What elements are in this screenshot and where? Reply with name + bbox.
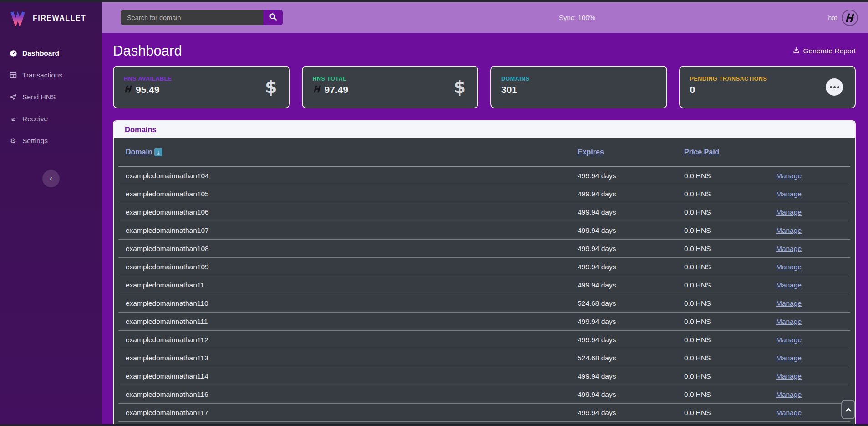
send-icon [9,93,17,101]
handshake-icon[interactable] [842,10,858,26]
price-cell: 0.0 HNS [684,172,776,180]
sidebar-item-send-hns[interactable]: Send HNS [0,86,102,108]
receive-icon [9,116,17,123]
brand: FIREWALLET [0,2,102,32]
hns-coin-icon [124,85,132,95]
domains-panel-title: Domains [125,125,157,134]
table-row: exampledomainnathan113 524.68 days 0.0 H… [118,349,850,367]
column-header-expires[interactable]: Expires [578,148,684,156]
ellipsis-icon[interactable] [826,78,843,96]
price-cell: 0.0 HNS [684,409,776,417]
price-cell: 0.0 HNS [684,354,776,362]
manage-link[interactable]: Manage [776,354,843,362]
manage-link[interactable]: Manage [776,263,843,271]
column-header-domain[interactable]: Domain↓ [126,148,578,156]
stat-card-hns-total: HNS TOTAL 97.49 $ [302,66,479,108]
table-row: exampledomainnathan114 499.94 days 0.0 H… [118,367,850,385]
price-cell: 0.0 HNS [684,318,776,326]
dollar-icon: $ [454,77,466,97]
column-header-price-paid[interactable]: Price Paid [684,148,776,156]
download-icon [793,47,800,56]
page-title: Dashboard [113,43,182,59]
topbar: Sync: 100% hot [102,2,868,33]
manage-link[interactable]: Manage [776,208,843,216]
page-head: Dashboard Generate Report [113,43,856,59]
manage-link[interactable]: Manage [776,299,843,308]
manage-link[interactable]: Manage [776,281,843,289]
sort-descending-icon: ↓ [154,148,162,156]
manage-link[interactable]: Manage [776,245,843,253]
domain-cell: exampledomainnathan108 [126,245,578,253]
search-button[interactable] [263,10,283,25]
expires-cell: 499.94 days [578,390,684,399]
price-cell: 0.0 HNS [684,336,776,344]
expires-cell: 499.94 days [578,336,684,344]
domain-searchbox [121,10,283,25]
expires-cell: 499.94 days [578,318,684,326]
table-row: exampledomainnathan110 524.68 days 0.0 H… [118,294,850,313]
expires-cell: 499.94 days [578,263,684,271]
gauge-icon [9,50,17,57]
window-top-border [0,0,868,2]
magnifier-icon [269,13,277,22]
domain-cell: exampledomainnathan104 [126,172,578,180]
domain-cell: exampledomainnathan106 [126,208,578,216]
sidebar-item-settings[interactable]: ⚙ Settings [0,130,102,152]
sidebar-item-label: Send HNS [22,93,56,101]
manage-link[interactable]: Manage [776,172,843,180]
manage-link[interactable]: Manage [776,226,843,235]
price-cell: 0.0 HNS [684,245,776,253]
domain-cell: exampledomainnathan111 [126,318,578,326]
expires-cell: 499.94 days [578,245,684,253]
table-row: exampledomainnathan111 499.94 days 0.0 H… [118,313,850,331]
manage-link[interactable]: Manage [776,390,843,399]
domains-table-body: exampledomainnathan104 499.94 days 0.0 H… [114,167,855,422]
scroll-to-top-button[interactable] [841,400,855,419]
price-cell: 0.0 HNS [684,281,776,289]
brand-name: FIREWALLET [33,14,86,22]
stat-label: HNS TOTAL [313,76,468,82]
price-cell: 0.0 HNS [684,299,776,308]
main-content: Dashboard Generate Report HNS AVAILABLE … [102,33,868,424]
domain-cell: exampledomainnathan116 [126,390,578,399]
expires-cell: 499.94 days [578,226,684,235]
sidebar-item-label: Dashboard [22,49,59,57]
sidebar-collapse-button[interactable]: ‹ [42,170,60,187]
stat-value: 301 [501,84,517,95]
stat-value: 95.49 [136,84,160,95]
price-cell: 0.0 HNS [684,226,776,235]
domains-table-header: Domain↓ Expires Price Paid [118,138,850,167]
manage-link[interactable]: Manage [776,190,843,198]
sidebar-item-receive[interactable]: Receive [0,108,102,130]
stat-card-pending-transactions: PENDING TRANSACTIONS 0 [679,66,856,108]
manage-link[interactable]: Manage [776,318,843,326]
sidebar-item-dashboard[interactable]: Dashboard [0,42,102,64]
price-cell: 0.0 HNS [684,208,776,216]
sidebar: FIREWALLET Dashboard Transactions Send H… [0,2,102,424]
manage-link[interactable]: Manage [776,372,843,380]
stat-label: PENDING TRANSACTIONS [690,76,845,82]
expires-cell: 499.94 days [578,190,684,198]
sidebar-item-transactions[interactable]: Transactions [0,64,102,86]
expires-cell: 524.68 days [578,354,684,362]
generate-report-button[interactable]: Generate Report [793,47,856,56]
table-row: exampledomainnathan11 499.94 days 0.0 HN… [118,276,850,294]
manage-link[interactable]: Manage [776,336,843,344]
table-row: exampledomainnathan107 499.94 days 0.0 H… [118,221,850,240]
domain-cell: exampledomainnathan11 [126,281,578,289]
sidebar-item-label: Transactions [22,71,62,79]
domain-cell: exampledomainnathan105 [126,190,578,198]
domain-cell: exampledomainnathan113 [126,354,578,362]
table-row: exampledomainnathan112 499.94 days 0.0 H… [118,331,850,349]
firewallet-window: FIREWALLET Dashboard Transactions Send H… [0,0,868,426]
price-cell: 0.0 HNS [684,390,776,399]
sidebar-item-label: Settings [22,137,48,145]
price-cell: 0.0 HNS [684,190,776,198]
wallet-name: hot [828,14,837,21]
stat-cards: HNS AVAILABLE 95.49 $ HNS TOTAL 97.49 $ … [113,66,856,108]
table-row: exampledomainnathan117 499.94 days 0.0 H… [118,404,850,422]
search-input[interactable] [121,10,263,25]
manage-link[interactable]: Manage [776,409,843,417]
expires-cell: 499.94 days [578,208,684,216]
stat-label: DOMAINS [501,76,656,82]
